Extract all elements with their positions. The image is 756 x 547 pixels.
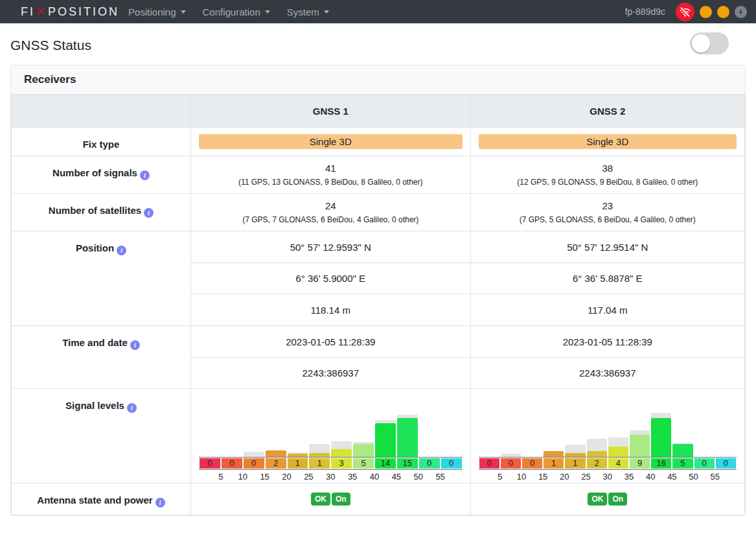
bar-current bbox=[608, 447, 628, 457]
bin-count-cell: 0 bbox=[200, 458, 220, 469]
bar-current bbox=[397, 418, 418, 457]
bin-count-cell: 0 bbox=[479, 458, 499, 469]
info-icon[interactable]: i bbox=[144, 208, 154, 218]
row-label-text: Number of signals bbox=[52, 167, 137, 178]
nav-item-configuration[interactable]: Configuration bbox=[203, 6, 270, 17]
histogram-bars bbox=[479, 394, 737, 457]
bar-max bbox=[244, 452, 264, 457]
nav-item-label: Positioning bbox=[128, 6, 176, 17]
chevron-down-icon bbox=[265, 10, 270, 14]
bar-current bbox=[587, 451, 607, 457]
bar-current bbox=[288, 454, 308, 457]
bin-count-cell: 2 bbox=[587, 458, 607, 469]
histogram-bin bbox=[694, 394, 715, 457]
bar-current bbox=[544, 451, 564, 457]
histogram-bin bbox=[441, 394, 462, 457]
bar-current bbox=[630, 435, 650, 457]
row-label-signal-levels: Signal levelsi bbox=[12, 389, 191, 483]
signals-breakdown: (11 GPS, 13 GLONASS, 9 BeiDou, 8 Galileo… bbox=[199, 178, 463, 187]
histogram-bin bbox=[716, 394, 736, 457]
bin-count-cell: 2 bbox=[266, 458, 286, 469]
info-icon[interactable]: i bbox=[127, 403, 137, 413]
table-row: Time and datei 2023-01-05 11:28:39 2023-… bbox=[12, 326, 745, 358]
row-label-time-date: Time and datei bbox=[12, 326, 191, 389]
nav-menu: Positioning Configuration System bbox=[128, 6, 329, 17]
bin-count-cell: 1 bbox=[309, 458, 330, 469]
logo-x-glyph: ✕ bbox=[36, 5, 47, 19]
axis-tick-label: 15 bbox=[260, 472, 269, 482]
bin-count-cell: 15 bbox=[397, 458, 418, 469]
bin-count-cell: 0 bbox=[244, 458, 264, 469]
fix-type-gnss1-cell: Single 3D bbox=[191, 128, 471, 156]
num-signals-gnss2-cell: 38 (12 GPS, 9 GLONASS, 9 BeiDou, 8 Galil… bbox=[470, 156, 744, 194]
bin-count-cell: 1 bbox=[565, 458, 585, 469]
histogram-bars bbox=[199, 394, 463, 457]
row-label-num-satellites: Number of satellitesi bbox=[12, 194, 191, 231]
signal-histogram-gnss1: 00021135141500 510152025303540455055 bbox=[198, 393, 464, 483]
live-update-toggle[interactable] bbox=[690, 32, 729, 54]
header-cell-gnss1: GNSS 1 bbox=[191, 95, 471, 128]
logo-text-pre: FI bbox=[21, 5, 35, 19]
download-icon[interactable] bbox=[735, 6, 747, 18]
histogram-bin bbox=[397, 394, 418, 457]
info-icon[interactable]: i bbox=[117, 246, 126, 255]
histogram-bin bbox=[630, 394, 650, 457]
fix-type-gnss2-cell: Single 3D bbox=[470, 128, 744, 156]
toggle-knob bbox=[692, 34, 710, 52]
table-row: Fix type Single 3D Single 3D bbox=[12, 128, 745, 156]
satellites-count: 23 bbox=[479, 200, 737, 211]
histogram-bin bbox=[419, 394, 440, 457]
info-icon[interactable]: i bbox=[155, 498, 165, 507]
nav-item-positioning[interactable]: Positioning bbox=[128, 6, 185, 17]
satellites-breakdown: (7 GPS, 7 GLONASS, 6 BeiDou, 4 Galileo, … bbox=[199, 215, 463, 224]
row-label-text: Fix type bbox=[83, 139, 120, 150]
row-label-text: Antenna state and power bbox=[37, 495, 152, 506]
num-satellites-gnss1-cell: 24 (7 GPS, 7 GLONASS, 6 BeiDou, 4 Galile… bbox=[191, 194, 471, 231]
histogram-axis-ticks: 510152025303540455055 bbox=[199, 470, 463, 483]
nav-item-label: System bbox=[287, 6, 319, 17]
navbar-status-area: fp-889d9c bbox=[625, 3, 747, 21]
bar-current bbox=[565, 453, 585, 457]
card-title: Receivers bbox=[11, 65, 745, 95]
antenna-state-badge: OK bbox=[311, 493, 330, 506]
bar-max bbox=[501, 454, 521, 457]
axis-tick-label: 30 bbox=[326, 472, 335, 482]
status-warning-dot-2-icon bbox=[717, 6, 729, 18]
histogram-bin bbox=[288, 394, 308, 457]
histogram-bin bbox=[544, 394, 564, 457]
axis-tick-label: 20 bbox=[560, 472, 569, 482]
status-warning-dot-1-icon bbox=[700, 6, 712, 18]
signal-histogram-gnss1-cell: 00021135141500 510152025303540455055 bbox=[191, 389, 471, 483]
axis-tick-label: 50 bbox=[689, 472, 698, 482]
axis-tick-label: 25 bbox=[581, 472, 590, 482]
fixposition-logo[interactable]: FI✕POSITION bbox=[21, 5, 119, 19]
bar-current bbox=[375, 423, 396, 457]
row-label-text: Number of satellites bbox=[49, 205, 141, 216]
bin-count-cell: 0 bbox=[716, 458, 736, 469]
axis-tick-label: 55 bbox=[435, 472, 444, 482]
bin-count-cell: 14 bbox=[375, 458, 396, 469]
signal-histogram-gnss2-cell: 0001124916500 510152025303540455055 bbox=[470, 389, 744, 483]
nav-item-system[interactable]: System bbox=[287, 6, 329, 17]
histogram-bin bbox=[266, 394, 286, 457]
histogram-count-cells: 0001124916500 bbox=[479, 457, 737, 470]
page-header: GNSS Status bbox=[0, 23, 756, 65]
bin-count-cell: 3 bbox=[331, 458, 352, 469]
table-row: Signal levelsi 00021135141500 5101520253… bbox=[12, 389, 745, 483]
axis-tick-label: 45 bbox=[667, 472, 676, 482]
top-navbar: FI✕POSITION Positioning Configuration Sy… bbox=[0, 0, 756, 23]
histogram-bin bbox=[587, 394, 607, 457]
bin-count-cell: 1 bbox=[288, 458, 308, 469]
histogram-bin bbox=[375, 394, 396, 457]
datetime-gnss1-cell: 2023-01-05 11:28:39 bbox=[191, 326, 471, 358]
axis-tick-label: 5 bbox=[498, 472, 502, 482]
info-icon[interactable]: i bbox=[130, 340, 140, 350]
antenna-state-badge: OK bbox=[588, 493, 607, 506]
receivers-table: GNSS 1 GNSS 2 Fix type Single 3D Single … bbox=[11, 95, 745, 515]
satellites-count: 24 bbox=[199, 200, 463, 211]
histogram-bin bbox=[479, 394, 499, 457]
bin-count-cell: 5 bbox=[353, 458, 374, 469]
axis-tick-label: 15 bbox=[538, 472, 547, 482]
datetime-gnss2-cell: 2023-01-05 11:28:39 bbox=[470, 326, 744, 358]
info-icon[interactable]: i bbox=[140, 170, 150, 180]
